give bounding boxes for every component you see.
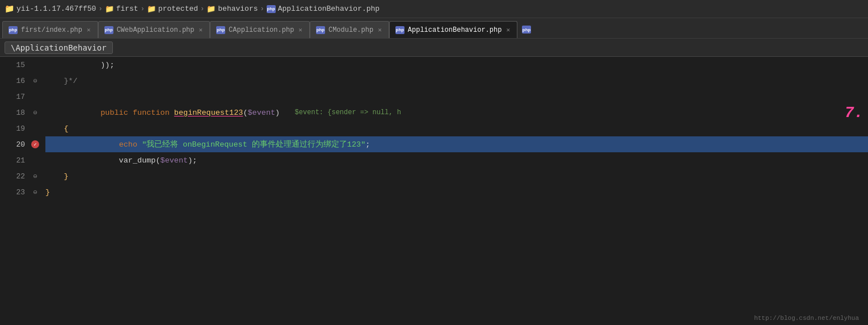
line-num-20: 20	[0, 136, 30, 152]
tab-php-icon-5: php	[395, 26, 404, 34]
tab-php-icon-3: php	[216, 26, 225, 34]
tab-cmodule[interactable]: php CModule.php ✕	[310, 21, 389, 38]
gutter-19	[30, 120, 41, 136]
tab-label-3: CApplication.php	[229, 26, 294, 34]
tab-appbehavior[interactable]: php ApplicationBehavior.php ✕	[389, 21, 517, 38]
class-breadcrumb: \ApplicationBehavior	[0, 39, 868, 57]
code-line-21: var_dump($event);	[45, 152, 868, 168]
tab-cwebapp[interactable]: php CWebApplication.php ✕	[98, 21, 210, 38]
tab-close-1[interactable]: ✕	[86, 26, 92, 34]
code-text-22: }	[45, 172, 69, 181]
watermark: http://blog.csdn.net/enlyhua	[754, 315, 859, 322]
gutter-17	[30, 89, 41, 105]
breadcrumb-label: yii-1.1.17.467ff50	[16, 5, 96, 13]
tab-close-5[interactable]: ✕	[505, 26, 511, 34]
gutter-18[interactable]: ⊖	[30, 105, 41, 120]
tab-label-2: CWebApplication.php	[117, 26, 195, 34]
fold-icon-23[interactable]: ⊖	[33, 188, 37, 197]
code-text-15: ));	[45, 61, 115, 69]
gutter-20[interactable]: ✓	[30, 136, 41, 152]
line-num-22: 22	[0, 168, 30, 184]
breakpoint-20[interactable]: ✓	[31, 140, 39, 148]
hint-text-18: $event: {sender => null, h	[286, 109, 401, 116]
folder-behaviors-icon: 📁	[207, 5, 216, 14]
breadcrumb-sep-2: ›	[141, 5, 145, 13]
breadcrumb-item-root[interactable]: 📁 yii-1.1.17.467ff50	[5, 4, 96, 14]
tab-label-4: CModule.php	[328, 26, 373, 34]
tab-label-1: first/index.php	[21, 26, 82, 34]
tab-more[interactable]: php	[517, 21, 536, 38]
line-num-16: 16	[0, 73, 30, 89]
gutter-16[interactable]: ⊖	[30, 73, 41, 89]
tab-php-icon-2: php	[104, 26, 113, 34]
fold-icon-16[interactable]: ⊖	[33, 77, 37, 85]
tab-close-2[interactable]: ✕	[197, 26, 204, 34]
tab-close-3[interactable]: ✕	[297, 26, 304, 34]
line-num-19: 19	[0, 120, 30, 136]
folder-protected-icon: 📁	[147, 5, 156, 14]
code-line-22: }	[45, 168, 868, 184]
breadcrumb-label-protected: protected	[158, 5, 198, 13]
breadcrumb-label-file: ApplicationBehavior.php	[278, 5, 380, 13]
code-area: )); }*/ public function beginRequest123(…	[41, 57, 868, 325]
code-text-23: }	[45, 188, 50, 197]
breadcrumb-label-first: first	[116, 5, 138, 13]
breadcrumb-sep-3: ›	[200, 5, 204, 13]
breakpoint-check-icon: ✓	[33, 141, 36, 148]
editor: 15 16 17 18 19 20 21 22 23 ⊖ ⊖ ✓ ⊖ ⊖	[0, 57, 868, 325]
breadcrumb-bar: 📁 yii-1.1.17.467ff50 › 📁 first › 📁 prote…	[0, 0, 868, 18]
gutter-23[interactable]: ⊖	[30, 184, 41, 200]
breadcrumb-item-protected[interactable]: 📁 protected	[147, 5, 198, 14]
breadcrumb-item-file[interactable]: php ApplicationBehavior.php	[267, 5, 380, 13]
tab-php-icon-4: php	[316, 26, 325, 34]
code-line-16: }*/	[45, 73, 868, 89]
line-numbers: 15 16 17 18 19 20 21 22 23	[0, 57, 30, 325]
code-line-23: }	[45, 184, 868, 200]
line-num-23: 23	[0, 184, 30, 200]
gutter: ⊖ ⊖ ✓ ⊖ ⊖	[30, 57, 41, 325]
code-text-16: }*/	[45, 77, 78, 85]
breadcrumb-item-behaviors[interactable]: 📁 behaviors	[207, 5, 258, 14]
php-file-icon: php	[267, 5, 276, 13]
tab-label-5: ApplicationBehavior.php	[408, 26, 502, 34]
class-name-pill: \ApplicationBehavior	[5, 41, 113, 54]
folder-first-icon: 📁	[105, 5, 114, 14]
line-num-18: 18	[0, 105, 30, 120]
gutter-22[interactable]: ⊖	[30, 168, 41, 184]
breadcrumb-sep-1: ›	[98, 5, 102, 13]
breadcrumb-item-first[interactable]: 📁 first	[105, 5, 138, 14]
line-num-15: 15	[0, 57, 30, 73]
folder-root-icon: 📁	[5, 4, 14, 14]
tab-bar: php first/index.php ✕ php CWebApplicatio…	[0, 18, 868, 39]
code-line-18: public function beginRequest123($event) …	[45, 105, 868, 120]
gutter-15	[30, 57, 41, 73]
tab-close-4[interactable]: ✕	[377, 26, 383, 34]
cursor-number: 7.	[844, 104, 863, 122]
tab-first-index[interactable]: php first/index.php ✕	[2, 21, 98, 38]
fold-icon-22[interactable]: ⊖	[33, 172, 37, 181]
tab-php-icon-1: php	[9, 26, 18, 34]
breadcrumb-sep-4: ›	[260, 5, 264, 13]
tab-php-icon-more: php	[522, 26, 531, 34]
line-num-17: 17	[0, 89, 30, 105]
fold-icon-18[interactable]: ⊖	[33, 109, 37, 117]
tab-capplication[interactable]: php CApplication.php ✕	[210, 21, 310, 38]
line-num-21: 21	[0, 152, 30, 168]
breadcrumb-label-behaviors: behaviors	[218, 5, 258, 13]
gutter-21	[30, 152, 41, 168]
code-line-15: ));	[45, 57, 868, 73]
